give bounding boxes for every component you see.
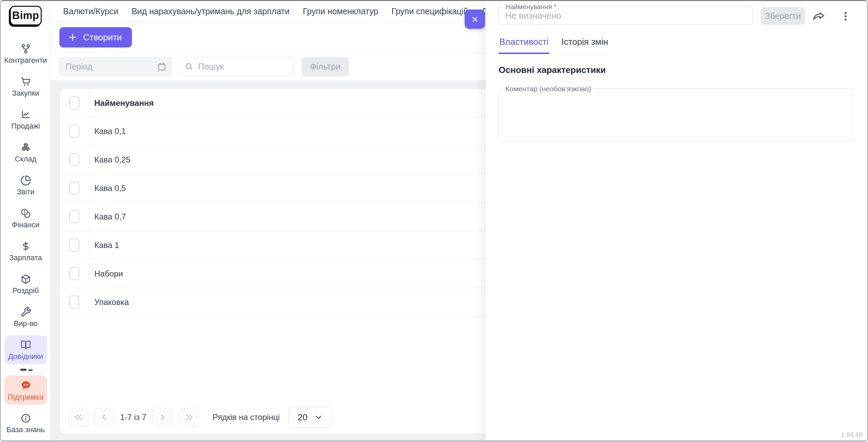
close-panel-button[interactable]: [465, 9, 485, 29]
comment-field-label: Коментар (необов'язково): [503, 85, 593, 93]
select-all-checkbox[interactable]: [69, 96, 79, 110]
sidebar-divider: [4, 372, 47, 372]
page-range-label: 1-7 із 7: [120, 412, 147, 422]
sidebar-item-label: Підтримка: [8, 393, 44, 401]
sidebar-item-finance[interactable]: 1 Фінанси: [4, 204, 47, 233]
row-checkbox[interactable]: [69, 153, 79, 166]
sidebar-item-warehouse[interactable]: Склад: [4, 138, 47, 167]
book-open-icon: [19, 340, 33, 350]
row-checkbox-cell: [60, 203, 89, 231]
sidebar-item-retail[interactable]: Роздріб: [4, 269, 47, 299]
sidebar-item-label: Фінанси: [12, 221, 39, 229]
sidebar-item-production[interactable]: Вир-во: [4, 302, 47, 331]
table-row[interactable]: Набори: [60, 260, 486, 288]
sidebar-clipped-item: [1, 368, 51, 372]
tab-specification-groups[interactable]: Групи специфікацій: [391, 6, 468, 16]
period-input[interactable]: [59, 62, 151, 72]
table-row[interactable]: Кава 0,25: [60, 146, 486, 174]
search-field: [178, 57, 294, 76]
wrench-icon: [19, 307, 33, 318]
table-row[interactable]: Кава 0,7: [60, 203, 486, 231]
app-logo[interactable]: Bimp: [10, 6, 42, 25]
table-row[interactable]: Кава 1: [60, 231, 486, 260]
chevron-right-icon: [157, 412, 168, 422]
sidebar: Bimp Контрагенти Закупки Продажі: [1, 1, 51, 440]
name-field: Найменування *: [499, 7, 753, 25]
column-header-name[interactable]: Найменування: [89, 98, 154, 108]
clipped-icon: [28, 369, 33, 371]
row-checkbox[interactable]: [69, 238, 79, 252]
toolbar: Створити: [51, 22, 486, 80]
save-button[interactable]: Зберегти: [761, 7, 805, 25]
plus-icon: [67, 32, 78, 42]
tab-properties[interactable]: Властивості: [499, 34, 549, 54]
kebab-menu-icon: [840, 10, 852, 22]
calendar-icon[interactable]: [157, 62, 167, 73]
row-checkbox[interactable]: [69, 267, 79, 280]
sidebar-item-sales[interactable]: Продажі: [4, 105, 47, 134]
sidebar-item-knowledge-base[interactable]: База знань: [4, 408, 47, 438]
row-checkbox-cell: [60, 231, 89, 259]
row-checkbox[interactable]: [69, 181, 79, 195]
chevrons-right-icon: [184, 412, 194, 422]
row-name: Упаковка: [89, 297, 129, 307]
tab-currencies[interactable]: Валюти/Курси: [63, 6, 118, 16]
sidebar-item-purchases[interactable]: Закупки: [4, 72, 47, 101]
row-checkbox[interactable]: [69, 295, 79, 309]
row-name: Кава 0,5: [89, 184, 126, 193]
search-input[interactable]: [198, 62, 286, 72]
row-checkbox[interactable]: [69, 124, 79, 138]
tab-salary-accruals[interactable]: Вид нарахувань/утримань для зарплати: [132, 6, 290, 16]
tab-history[interactable]: Історія змін: [561, 34, 609, 54]
package-icon: [19, 274, 33, 285]
chevrons-left-icon: [74, 412, 84, 422]
table-row[interactable]: Кава 0,5: [60, 174, 486, 203]
next-page-button[interactable]: [152, 408, 173, 427]
create-row: Створити: [51, 22, 486, 53]
app-version: 1.84.40: [841, 431, 863, 439]
network-icon: [19, 43, 33, 54]
panel-tabs: Властивості Історія змін: [499, 34, 609, 54]
sidebar-item-directories[interactable]: Довідники: [4, 335, 47, 364]
sidebar-item-reports[interactable]: Звіти: [4, 171, 47, 200]
last-page-button[interactable]: [178, 408, 199, 427]
clipped-icon: [20, 369, 26, 371]
more-menu-button[interactable]: [837, 8, 854, 25]
pie-chart-icon: [19, 175, 33, 186]
sidebar-item-label: База знань: [6, 426, 45, 434]
rows-per-page-label: Рядків на сторінці: [213, 412, 280, 422]
create-button-label: Створити: [83, 32, 122, 43]
search-icon: [184, 61, 194, 72]
table-row[interactable]: Упаковка: [60, 288, 486, 316]
chat-bubble-icon: [19, 380, 33, 391]
first-page-button[interactable]: [68, 408, 89, 427]
create-button[interactable]: Створити: [59, 27, 132, 47]
table-row[interactable]: Кава 0,1: [60, 117, 486, 146]
row-checkbox[interactable]: [69, 210, 79, 223]
sidebar-item-label: Роздріб: [13, 287, 39, 294]
sidebar-item-label: Вир-во: [14, 320, 37, 327]
filters-button[interactable]: Фільтри: [302, 57, 349, 76]
sidebar-item-contractors[interactable]: Контрагенти: [4, 39, 47, 68]
coins-icon: 1: [19, 208, 33, 219]
chevron-down-icon: [314, 413, 323, 422]
page-size-select[interactable]: 20: [289, 407, 332, 428]
comment-textarea[interactable]: [499, 89, 852, 141]
row-name: Кава 0,25: [89, 155, 131, 165]
sidebar-item-salary[interactable]: Зарплата: [4, 236, 47, 266]
row-name: Кава 0,1: [89, 127, 126, 136]
row-name: Набори: [89, 269, 123, 278]
comment-field: Коментар (необов'язково): [499, 89, 852, 142]
tab-nomenclature-groups[interactable]: Групи номенклатур: [303, 6, 378, 16]
close-icon: [470, 15, 480, 24]
prev-page-button[interactable]: [94, 408, 115, 427]
main-content: Валюти/Курси Вид нарахувань/утримань для…: [51, 1, 486, 440]
share-button[interactable]: [811, 8, 828, 25]
directory-tabbar: Валюти/Курси Вид нарахувань/утримань для…: [51, 1, 486, 22]
sidebar-item-label: Довідники: [8, 353, 43, 360]
info-circle-icon: [19, 413, 33, 424]
sidebar-item-label: Звіти: [17, 188, 34, 196]
sidebar-item-support[interactable]: Підтримка: [4, 376, 47, 405]
chevron-left-icon: [99, 412, 109, 422]
name-field-label: Найменування *: [503, 3, 558, 11]
